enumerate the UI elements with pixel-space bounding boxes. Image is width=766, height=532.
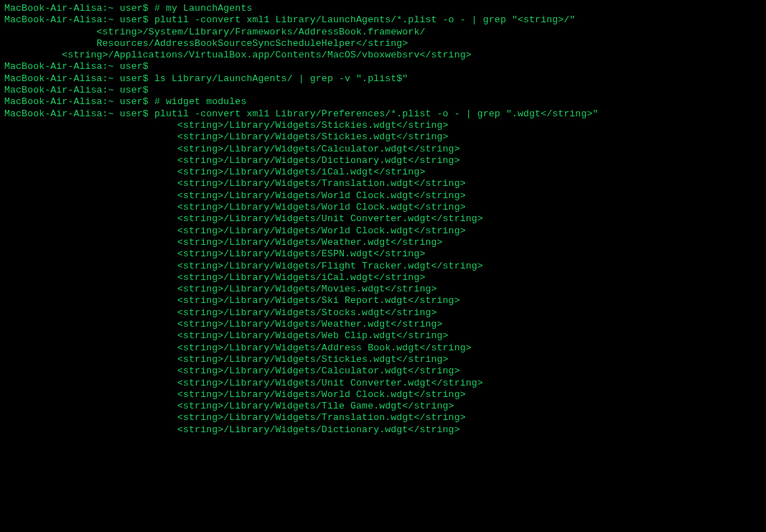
terminal-output-line: <string>/Library/Widgets/iCal.wdgt</stri… bbox=[4, 272, 762, 284]
terminal-output-line: <string>/Library/Widgets/Unit Converter.… bbox=[4, 213, 762, 225]
terminal-output-line: <string>/Library/Widgets/Tile Game.wdgt<… bbox=[4, 401, 762, 412]
terminal-command-line: MacBook-Air-Alisa:~ user$ # widget modul… bbox=[4, 96, 762, 108]
terminal-command-line: MacBook-Air-Alisa:~ user$ # my LaunchAge… bbox=[4, 3, 762, 14]
terminal-output-line: <string>/Library/Widgets/World Clock.wdg… bbox=[4, 202, 762, 213]
terminal-output-line: <string>/Library/Widgets/Stickies.wdgt</… bbox=[4, 354, 762, 365]
terminal-output-line: <string>/System/Library/Frameworks/Addre… bbox=[4, 27, 762, 38]
terminal-output-line: <string>/Library/Widgets/Translation.wdg… bbox=[4, 178, 762, 190]
terminal-output-line: <string>/Library/Widgets/Calculator.wdgt… bbox=[4, 144, 762, 155]
terminal-output-line: <string>/Library/Widgets/Dictionary.wdgt… bbox=[4, 424, 762, 436]
terminal-output-line: <string>/Library/Widgets/World Clock.wdg… bbox=[4, 389, 762, 401]
terminal-command-line: MacBook-Air-Alisa:~ user$ plutil -conver… bbox=[4, 14, 762, 26]
terminal-command-line: MacBook-Air-Alisa:~ user$ bbox=[4, 85, 762, 96]
terminal-output-line: <string>/Library/Widgets/Stickies.wdgt</… bbox=[4, 120, 762, 131]
terminal-command-line: MacBook-Air-Alisa:~ user$ ls Library/Lau… bbox=[4, 73, 762, 85]
terminal-output-line: <string>/Library/Widgets/Movies.wdgt</st… bbox=[4, 284, 762, 295]
terminal-output-line: <string>/Library/Widgets/Translation.wdg… bbox=[4, 412, 762, 424]
terminal-output-line: <string>/Library/Widgets/Flight Tracker.… bbox=[4, 261, 762, 272]
terminal-output-line: <string>/Library/Widgets/Calculator.wdgt… bbox=[4, 365, 762, 377]
terminal-output-line: Resources/AddressBookSourceSyncScheduleH… bbox=[4, 38, 762, 50]
terminal-command-line: MacBook-Air-Alisa:~ user$ plutil -conver… bbox=[4, 108, 762, 120]
terminal-command-line: MacBook-Air-Alisa:~ user$ bbox=[4, 61, 762, 73]
terminal-output-line: <string>/Library/Widgets/iCal.wdgt</stri… bbox=[4, 167, 762, 178]
terminal-output-line: <string>/Library/Widgets/Ski Report.wdgt… bbox=[4, 295, 762, 307]
terminal-output-line: <string>/Library/Widgets/World Clock.wdg… bbox=[4, 190, 762, 202]
terminal-output-line: <string>/Library/Widgets/Weather.wdgt</s… bbox=[4, 319, 762, 330]
terminal-output-line: <string>/Library/Widgets/Stocks.wdgt</st… bbox=[4, 307, 762, 319]
terminal-output-line: <string>/Applications/VirtualBox.app/Con… bbox=[4, 50, 762, 61]
terminal-output-line: <string>/Library/Widgets/Address Book.wd… bbox=[4, 342, 762, 354]
terminal-output-line: <string>/Library/Widgets/Unit Converter.… bbox=[4, 378, 762, 389]
terminal-output-line: <string>/Library/Widgets/World Clock.wdg… bbox=[4, 225, 762, 237]
terminal-output-line: <string>/Library/Widgets/Dictionary.wdgt… bbox=[4, 155, 762, 167]
terminal-output-line: <string>/Library/Widgets/Weather.wdgt</s… bbox=[4, 237, 762, 248]
terminal-output-line: <string>/Library/Widgets/ESPN.wdgt</stri… bbox=[4, 248, 762, 260]
terminal-output-line: <string>/Library/Widgets/Web Clip.wdgt</… bbox=[4, 330, 762, 342]
terminal-output[interactable]: MacBook-Air-Alisa:~ user$ # my LaunchAge… bbox=[0, 0, 766, 439]
terminal-output-line: <string>/Library/Widgets/Stickies.wdgt</… bbox=[4, 131, 762, 143]
